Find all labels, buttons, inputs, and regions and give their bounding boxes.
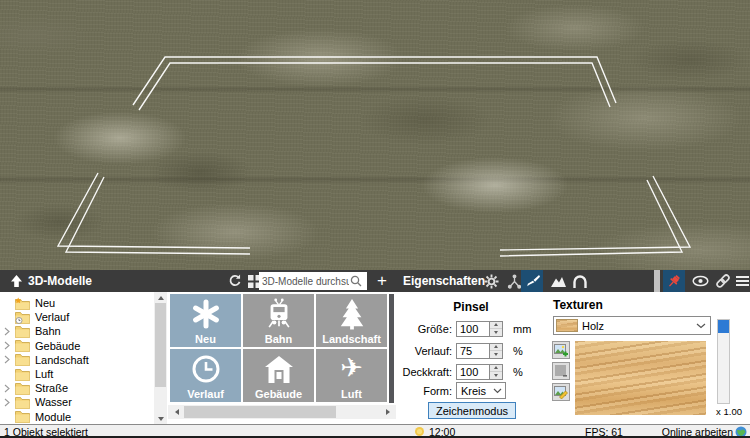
brush-size-row: Größe: mm [396, 320, 531, 337]
tab-3d-modelle[interactable]: 3D-Modelle [28, 270, 92, 292]
size-stepper[interactable] [490, 321, 503, 337]
brush-shape-row: Form: Kreis [396, 382, 506, 399]
tree-item-bahn[interactable]: Bahn [0, 324, 154, 338]
chevron-down-icon [493, 388, 505, 394]
tree-item-wasser[interactable]: Wasser [0, 395, 154, 409]
scrollbar-thumb[interactable] [155, 303, 166, 387]
size-label: Größe: [396, 323, 452, 335]
opacity-stepper[interactable] [490, 364, 503, 380]
folder-icon [14, 353, 31, 366]
tunnel-icon[interactable] [570, 270, 590, 292]
size-unit: mm [513, 323, 531, 335]
tab-eigenschaften[interactable]: Eigenschaften [403, 270, 485, 292]
gradient-unit: % [513, 345, 523, 357]
tree-item-neu[interactable]: Neu [0, 296, 154, 310]
gear-icon[interactable] [482, 270, 500, 292]
tree-item-label: Wasser [35, 396, 72, 408]
shape-value: Kreis [457, 385, 493, 397]
toolbar: 3D-Modelle + Eigenschaften [0, 270, 750, 292]
category-button-neu[interactable]: Neu [170, 294, 241, 347]
terrain-icon[interactable] [548, 270, 568, 292]
category-button-verlauf[interactable]: Verlauf [170, 349, 241, 402]
scrollbar-thumb[interactable] [184, 406, 336, 418]
category-button-bahn[interactable]: Bahn [243, 294, 314, 347]
tree-item-label: Luft [35, 368, 53, 380]
category-grid: Neu Bahn Landschaft [168, 292, 396, 405]
tree-scrollbar[interactable] [154, 292, 167, 424]
folder-icon [14, 325, 31, 338]
folder-new-icon [14, 297, 31, 310]
gradient-stepper[interactable] [490, 343, 503, 359]
scroll-down-icon[interactable] [154, 413, 167, 424]
shape-label: Form: [396, 385, 452, 397]
plane-icon: ✈ [316, 349, 387, 388]
scroll-up-icon[interactable] [154, 292, 167, 303]
menu-icon[interactable] [735, 270, 750, 292]
add-texture-button[interactable] [552, 341, 570, 359]
tree-item-label: Bahn [35, 325, 61, 337]
opacity-label: Deckkraft: [396, 366, 452, 378]
draw-mode-button[interactable]: Zeichenmodus [428, 402, 516, 419]
category-button-gebaeude[interactable]: Gebäude [243, 349, 314, 402]
brush-gradient-row: Verlauf: % [396, 342, 523, 359]
category-button-landschaft[interactable]: Landschaft [316, 294, 387, 347]
category-label: Landschaft [322, 333, 381, 345]
tram-icon [243, 294, 314, 333]
gradient-input[interactable] [457, 345, 489, 357]
search-input[interactable] [259, 273, 349, 289]
brush-tool-icon[interactable] [521, 270, 543, 292]
folder-icon [14, 410, 31, 423]
scroll-left-icon[interactable] [170, 405, 183, 419]
texture-preview[interactable] [575, 341, 706, 415]
size-input[interactable] [457, 323, 489, 335]
texture-value: Holz [578, 320, 696, 332]
shape-select[interactable]: Kreis [456, 382, 506, 399]
tree-item-module[interactable]: Module [0, 410, 154, 424]
folder-icon [14, 368, 31, 381]
texture-select[interactable]: Holz [553, 316, 711, 335]
expand-chevron-icon[interactable] [0, 398, 14, 407]
textures-panel: Texturen Holz x 1.00 [546, 292, 750, 424]
folder-icon [14, 396, 31, 409]
model-tree: Neu Verlauf Bahn Geb [0, 292, 154, 424]
category-label: Gebäude [255, 388, 302, 400]
texture-scale-slider[interactable] [717, 319, 730, 404]
category-button-luft[interactable]: ✈ Luft [316, 349, 387, 402]
folder-history-icon [14, 311, 31, 324]
dock-up-icon[interactable] [7, 270, 25, 292]
tree-item-label: Neu [35, 297, 55, 309]
expand-chevron-icon[interactable] [0, 355, 14, 364]
opacity-input[interactable] [457, 366, 489, 378]
slider-thumb[interactable] [718, 320, 729, 333]
tree-icon [316, 294, 387, 333]
add-button[interactable]: + [372, 270, 392, 292]
tree-item-label: Module [35, 411, 71, 423]
eye-icon[interactable] [690, 270, 710, 292]
folder-icon [14, 339, 31, 352]
edit-texture-button[interactable] [552, 383, 570, 401]
refresh-icon[interactable] [226, 270, 244, 292]
expand-chevron-icon[interactable] [0, 384, 14, 393]
tree-item-verlauf[interactable]: Verlauf [0, 310, 154, 324]
gradient-label: Verlauf: [396, 345, 452, 357]
grid-scrollbar[interactable] [168, 405, 396, 419]
category-label: Neu [195, 333, 216, 345]
tree-item-gebaeude[interactable]: Gebäude [0, 339, 154, 353]
asterisk-icon [170, 294, 241, 333]
tree-item-landschaft[interactable]: Landschaft [0, 353, 154, 367]
expand-chevron-icon[interactable] [0, 327, 14, 336]
expand-chevron-icon[interactable] [0, 341, 14, 350]
pin-icon[interactable] [663, 270, 685, 292]
search-box[interactable] [259, 272, 367, 290]
search-icon [349, 274, 363, 288]
main-panel: Neu Verlauf Bahn Geb [0, 292, 750, 424]
category-label: Bahn [265, 333, 293, 345]
plain-color-button[interactable] [552, 362, 570, 380]
scroll-right-icon[interactable] [381, 405, 394, 419]
tree-item-label: Straße [35, 382, 68, 394]
tree-item-luft[interactable]: Luft [0, 367, 154, 381]
tree-item-strasse[interactable]: Straße [0, 381, 154, 395]
3d-viewport[interactable] [0, 0, 750, 270]
link-icon[interactable] [713, 270, 733, 292]
plot-outline [0, 0, 750, 270]
